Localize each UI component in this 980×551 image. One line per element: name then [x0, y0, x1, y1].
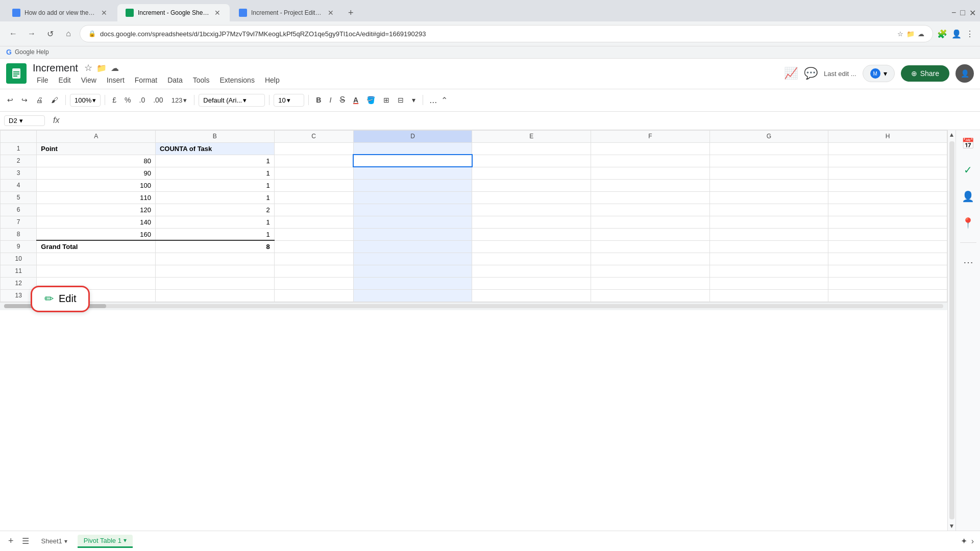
scroll-down-button[interactable]: ▼	[948, 521, 956, 531]
comment-icon[interactable]: 💬	[804, 67, 818, 80]
merge-cells-button[interactable]: ⊟	[395, 94, 407, 106]
bold-button[interactable]: B	[313, 94, 324, 106]
cell-b9[interactable]: 8	[155, 240, 274, 253]
cell-g5[interactable]	[709, 191, 828, 204]
cell-g3[interactable]	[709, 167, 828, 179]
row-header-2[interactable]: 2	[1, 155, 37, 167]
cell-b12[interactable]	[155, 277, 274, 289]
cell-e7[interactable]	[472, 216, 591, 228]
row-header-6[interactable]: 6	[1, 204, 37, 216]
cell-e3[interactable]	[472, 167, 591, 179]
menu-help[interactable]: Help	[261, 75, 284, 85]
horizontal-scrollbar[interactable]	[0, 302, 947, 310]
tab2-close[interactable]: ✕	[213, 9, 222, 17]
cell-e2[interactable]	[472, 155, 591, 167]
row-header-12[interactable]: 12	[1, 277, 37, 289]
forward-button[interactable]: →	[24, 27, 39, 41]
cell-d5[interactable]	[353, 191, 472, 204]
cell-f10[interactable]	[591, 253, 710, 265]
cell-a2[interactable]: 80	[37, 155, 156, 167]
scroll-up-button[interactable]: ▲	[948, 130, 956, 139]
merge-chevron[interactable]: ▾	[409, 94, 419, 106]
cell-g2[interactable]	[709, 155, 828, 167]
sidebar-more-icon[interactable]: ⋯	[959, 253, 977, 271]
cell-e5[interactable]	[472, 191, 591, 204]
cell-g1[interactable]	[709, 142, 828, 155]
cell-f5[interactable]	[591, 191, 710, 204]
cell-g6[interactable]	[709, 204, 828, 216]
sheet-tab-sheet1[interactable]: Sheet1 ▾	[35, 535, 74, 547]
cell-b4[interactable]: 1	[155, 179, 274, 191]
menu-tools[interactable]: Tools	[189, 75, 214, 85]
cell-g12[interactable]	[709, 277, 828, 289]
percent-button[interactable]: %	[121, 94, 134, 106]
row-header-8[interactable]: 8	[1, 228, 37, 240]
cell-b6[interactable]: 2	[155, 204, 274, 216]
toolbar-collapse-button[interactable]: ⌃	[441, 95, 448, 105]
cell-a1[interactable]: Point	[37, 142, 156, 155]
cell-d8[interactable]	[353, 228, 472, 240]
cell-f9[interactable]	[591, 240, 710, 253]
cell-h11[interactable]	[828, 265, 947, 277]
cell-c3[interactable]	[274, 167, 353, 179]
text-color-button[interactable]: A	[350, 94, 361, 106]
cell-c2[interactable]	[274, 155, 353, 167]
cell-a11[interactable]	[37, 265, 156, 277]
row-header-4[interactable]: 4	[1, 179, 37, 191]
cell-a4[interactable]: 100	[37, 179, 156, 191]
menu-format[interactable]: Format	[131, 75, 161, 85]
browser-menu-icon[interactable]: ⋮	[966, 29, 974, 39]
col-header-e[interactable]: E	[472, 130, 591, 142]
cell-d2[interactable]	[353, 155, 472, 167]
sidebar-calendar-icon[interactable]: 📅	[959, 134, 977, 153]
sidebar-contacts-icon[interactable]: 👤	[959, 187, 977, 206]
cell-d4[interactable]	[353, 179, 472, 191]
cell-h7[interactable]	[828, 216, 947, 228]
italic-button[interactable]: I	[326, 94, 334, 106]
cell-f4[interactable]	[591, 179, 710, 191]
cell-c10[interactable]	[274, 253, 353, 265]
cell-c12[interactable]	[274, 277, 353, 289]
row-header-11[interactable]: 11	[1, 265, 37, 277]
cell-c6[interactable]	[274, 204, 353, 216]
cell-d3[interactable]	[353, 167, 472, 179]
cell-c8[interactable]	[274, 228, 353, 240]
user-avatar[interactable]: 👤	[955, 64, 974, 83]
zoom-select[interactable]: 100% ▾	[70, 94, 101, 107]
folder-icon[interactable]: 📁	[906, 30, 915, 38]
strikethrough-button[interactable]: S	[336, 93, 348, 107]
cell-d9[interactable]	[353, 240, 472, 253]
menu-file[interactable]: File	[33, 75, 53, 85]
sheets-list-button[interactable]: ☰	[20, 534, 31, 548]
cell-a3[interactable]: 90	[37, 167, 156, 179]
col-header-h[interactable]: H	[828, 130, 947, 142]
col-header-g[interactable]: G	[709, 130, 828, 142]
cell-e12[interactable]	[472, 277, 591, 289]
menu-extensions[interactable]: Extensions	[215, 75, 258, 85]
cell-b1[interactable]: COUNTA of Task	[155, 142, 274, 155]
cell-g7[interactable]	[709, 216, 828, 228]
explore-button[interactable]: ✦	[961, 536, 967, 546]
browser-tab-1[interactable]: How do add or view the edit b... ✕	[4, 4, 116, 21]
cell-f7[interactable]	[591, 216, 710, 228]
cell-b11[interactable]	[155, 265, 274, 277]
maximize-icon[interactable]: □	[960, 8, 965, 17]
address-bar[interactable]: 🔒 docs.google.com/spreadsheets/d/1bcxigJ…	[80, 25, 933, 42]
currency-button[interactable]: £	[109, 94, 119, 106]
star-icon[interactable]: ☆	[84, 62, 92, 73]
cell-h10[interactable]	[828, 253, 947, 265]
cell-a6[interactable]: 120	[37, 204, 156, 216]
fill-color-button[interactable]: 🪣	[363, 94, 378, 106]
borders-button[interactable]: ⊞	[380, 94, 393, 106]
cell-e10[interactable]	[472, 253, 591, 265]
cell-g8[interactable]	[709, 228, 828, 240]
row-header-1[interactable]: 1	[1, 142, 37, 155]
reload-button[interactable]: ↺	[43, 27, 57, 41]
cell-d10[interactable]	[353, 253, 472, 265]
meet-button[interactable]: M ▾	[863, 65, 895, 82]
cell-b2[interactable]: 1	[155, 155, 274, 167]
cell-c13[interactable]	[274, 289, 353, 302]
cell-f2[interactable]	[591, 155, 710, 167]
cell-f13[interactable]	[591, 289, 710, 302]
cell-c4[interactable]	[274, 179, 353, 191]
